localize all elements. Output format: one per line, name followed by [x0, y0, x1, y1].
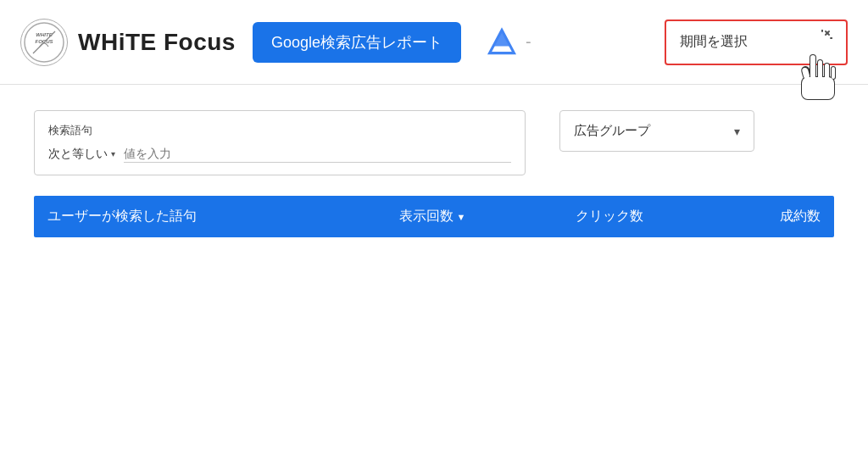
svg-rect-18	[810, 55, 815, 79]
cursor-hand-icon	[791, 53, 837, 111]
col-impressions-header[interactable]: 表示回数 ▼	[399, 208, 540, 225]
logo-circle: WHITE FOCUS	[20, 19, 68, 66]
ad-group-arrow: ▾	[734, 125, 740, 138]
equals-label: 次と等しい	[48, 147, 108, 162]
equals-select[interactable]: 次と等しい ▾	[48, 147, 115, 162]
filter-row: 検索語句 次と等しい ▾ 広告グループ ▾	[34, 110, 834, 175]
keyword-input[interactable]	[124, 145, 511, 163]
svg-rect-20	[825, 64, 829, 79]
col-impressions-label: 表示回数	[399, 208, 453, 225]
google-ads-icon-area: -	[487, 27, 535, 58]
report-button[interactable]: Google検索広告レポート	[253, 22, 461, 63]
col-search-term-header: ユーザーが検索した語句	[47, 208, 399, 225]
brand-name: WHiTE Focus	[78, 29, 236, 56]
search-box-row: 次と等しい ▾	[48, 145, 511, 163]
ad-group-label: 広告グループ	[574, 123, 650, 139]
table-header: ユーザーが検索した語句 表示回数 ▼ クリック数 成約数	[34, 196, 834, 237]
hand-cursor-svg	[791, 53, 837, 108]
search-filter-box: 検索語句 次と等しい ▾	[34, 110, 526, 175]
header: WHITE FOCUS WHiTE Focus Google検索広告レポート -…	[0, 0, 868, 85]
spark-lines	[807, 30, 832, 55]
sort-down-icon: ▼	[457, 212, 466, 222]
col-conversions-header: 成約数	[680, 208, 821, 225]
separator: -	[526, 32, 531, 52]
svg-rect-21	[832, 67, 835, 79]
ad-group-selector[interactable]: 広告グループ ▾	[559, 110, 754, 152]
google-ads-icon	[487, 27, 517, 58]
main-content: 検索語句 次と等しい ▾ 広告グループ ▾ ユーザーが検索した語句 表示回数 ▼…	[0, 85, 868, 263]
col-clicks-header: クリック数	[539, 208, 680, 225]
svg-rect-19	[818, 60, 822, 79]
search-box-label: 検索語句	[48, 123, 511, 138]
logo-area: WHITE FOCUS WHiTE Focus	[20, 19, 236, 66]
equals-arrow: ▾	[111, 149, 115, 158]
svg-rect-23	[802, 77, 834, 99]
logo-svg: WHITE FOCUS	[23, 21, 65, 64]
period-label: 期間を選択	[680, 33, 748, 51]
